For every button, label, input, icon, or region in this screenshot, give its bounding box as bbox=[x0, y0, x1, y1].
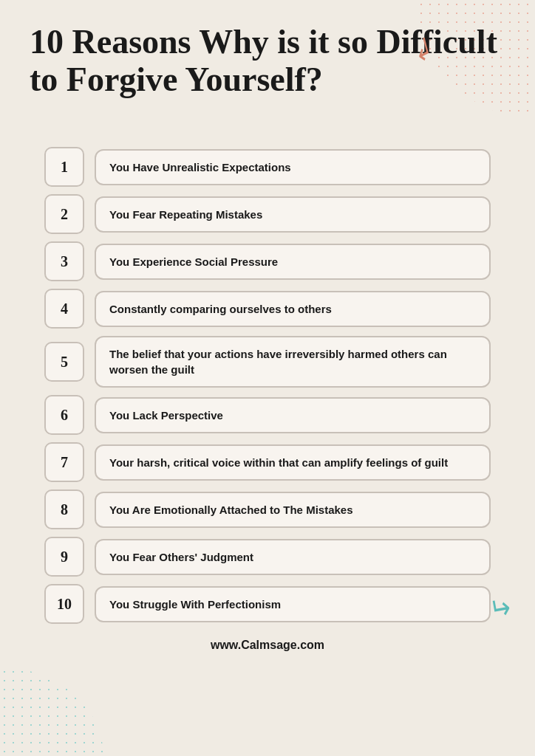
list-item: 9You Fear Others' Judgment bbox=[44, 537, 491, 577]
item-text-7: Your harsh, critical voice within that c… bbox=[95, 444, 491, 481]
list-item: 8You Are Emotionally Attached to The Mis… bbox=[44, 489, 491, 529]
list-item: 3You Experience Social Pressure bbox=[44, 241, 491, 281]
item-number-5: 5 bbox=[44, 342, 84, 382]
item-number-1: 1 bbox=[44, 147, 84, 187]
item-number-4: 4 bbox=[44, 289, 84, 329]
list-item: 2You Fear Repeating Mistakes bbox=[44, 194, 491, 234]
list-item: 4Constantly comparing ourselves to other… bbox=[44, 289, 491, 329]
item-text-4: Constantly comparing ourselves to others bbox=[95, 291, 491, 327]
item-text-5: The belief that your actions have irreve… bbox=[95, 336, 491, 388]
item-text-3: You Experience Social Pressure bbox=[95, 244, 491, 280]
reasons-list: 1You Have Unrealistic Expectations2You F… bbox=[30, 147, 505, 624]
item-number-10: 10 bbox=[44, 584, 84, 624]
item-text-9: You Fear Others' Judgment bbox=[95, 539, 491, 575]
page-wrapper: 10 Reasons Why is it so Difficult to For… bbox=[0, 0, 535, 674]
item-number-9: 9 bbox=[44, 537, 84, 577]
item-text-6: You Lack Perspective bbox=[95, 397, 491, 433]
list-item: 5The belief that your actions have irrev… bbox=[44, 336, 491, 388]
item-number-6: 6 bbox=[44, 395, 84, 435]
item-number-3: 3 bbox=[44, 241, 84, 281]
item-number-2: 2 bbox=[44, 194, 84, 234]
item-text-8: You Are Emotionally Attached to The Mist… bbox=[95, 492, 491, 528]
decorative-dots-bottom-left bbox=[0, 667, 103, 756]
item-text-10: You Struggle With Perfectionism bbox=[95, 586, 491, 622]
list-item: 7Your harsh, critical voice within that … bbox=[44, 442, 491, 482]
footer-url: www.Calmsage.com bbox=[30, 639, 505, 659]
item-number-8: 8 bbox=[44, 489, 84, 529]
list-item: 10You Struggle With Perfectionism bbox=[44, 584, 491, 624]
list-item: 6You Lack Perspective bbox=[44, 395, 491, 435]
item-number-7: 7 bbox=[44, 442, 84, 482]
list-item: 1You Have Unrealistic Expectations bbox=[44, 147, 491, 187]
